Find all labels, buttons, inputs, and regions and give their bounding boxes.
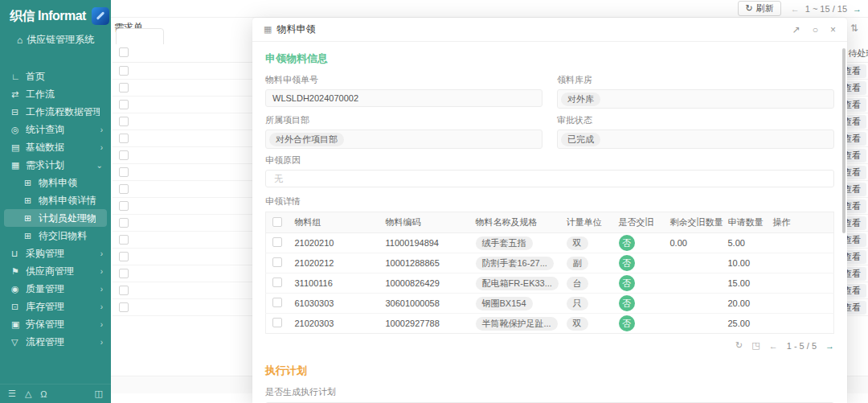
row-checkbox[interactable] [119, 218, 129, 228]
prev-page-icon[interactable]: ← [791, 4, 800, 14]
alert-icon[interactable]: △ [25, 389, 31, 399]
field-department: 所属项目部 对外合作项目部 [265, 114, 542, 149]
system-title: ⌂ 供应链管理系统 [0, 27, 111, 50]
row-checkbox[interactable] [119, 201, 129, 211]
sidebar-item-procurement[interactable]: ⊔ 采购管理 › [0, 245, 111, 262]
chevron-icon: › [97, 249, 103, 258]
row-checkbox[interactable] [119, 150, 129, 160]
chevron-icon: › [97, 143, 103, 152]
row-checkbox[interactable] [119, 252, 129, 261]
row-checkbox[interactable] [119, 302, 129, 312]
field-approval-status: 审批状态 已完成 [557, 114, 834, 149]
sidebar-item-workflow[interactable]: ⇄ 工作流 [0, 85, 111, 103]
material-name-tag: 防割手套16-27... [476, 257, 554, 270]
field-reason: 申领原因 无 [265, 154, 834, 187]
menu-item-label: 首页 [26, 70, 100, 84]
close-icon[interactable]: × [830, 24, 836, 35]
modal-scrollbar[interactable] [842, 48, 845, 233]
next-page-icon[interactable]: → [853, 4, 862, 14]
section-title-requisition-info: 申领物料信息 [265, 51, 834, 66]
fullscreen-icon[interactable]: ◳ [751, 340, 760, 351]
refresh-label: 刷新 [756, 2, 774, 14]
open-new-window-icon[interactable]: ↗ [792, 24, 800, 35]
bell-icon[interactable]: Ω [40, 389, 47, 399]
top-toolbar: ↻ 刷新 ← 1 ~ 15 / 15 → [111, 0, 868, 18]
row-checkbox[interactable] [119, 117, 129, 126]
sidebar-item-stats-query[interactable]: ◎ 统计查询 › [0, 121, 111, 138]
row-checkbox[interactable] [119, 66, 129, 76]
material-group-cell: 31100116 [290, 273, 381, 294]
department-tag: 对外合作项目部 [269, 133, 344, 146]
operation-cell [768, 314, 834, 334]
sidebar-item-pending-old-material[interactable]: ⊞ 待交旧物料 [0, 227, 111, 245]
table-refresh-icon[interactable]: ↻ [735, 340, 743, 351]
row-checkbox[interactable] [272, 278, 282, 287]
select-all-checkbox[interactable] [119, 47, 129, 57]
row-checkbox[interactable] [272, 318, 282, 327]
approval-status-tag: 已完成 [561, 133, 600, 146]
row-checkbox[interactable] [119, 269, 129, 278]
row-checkbox[interactable] [119, 235, 129, 245]
sidebar-item-demand-plan[interactable]: ▦ 需求计划 ⌄ [0, 156, 111, 174]
modal-refresh-icon[interactable]: ○ [813, 24, 818, 35]
collapse-sidebar-icon[interactable]: ◫ [95, 389, 103, 399]
row-checkbox[interactable] [119, 134, 129, 143]
sidebar-item-inventory[interactable]: ⊡ 库存管理 › [0, 298, 111, 315]
warehouse-input[interactable]: 对外库 [557, 89, 834, 109]
row-checkbox[interactable] [119, 100, 129, 109]
chevron-icon: ⌄ [93, 161, 103, 170]
refresh-icon: ↻ [745, 3, 752, 14]
sidebar: 织信 Informat ⌂ 供应链管理系统 ∟ 首页 ⇄ 工作流 ⊟ 工作流程数… [0, 0, 111, 403]
menu-item-label: 劳保管理 [26, 318, 97, 331]
row-checkbox[interactable] [119, 83, 129, 93]
order-no-input[interactable]: WLSLDH2024070002 [265, 89, 542, 107]
menu-item-icon: ◎ [11, 125, 26, 135]
remaining-old-qty-cell [665, 314, 723, 334]
menu-item-label: 质量管理 [26, 282, 97, 296]
refresh-button[interactable]: ↻ 刷新 [738, 1, 780, 16]
menu-item-label: 统计查询 [26, 123, 97, 137]
unit-tag: 副 [567, 257, 588, 270]
sidebar-item-planner-process-requisition[interactable]: ⊞ 计划员处理物料申领... [4, 209, 107, 227]
menu-item-label: 工作流程数据管理 [26, 105, 100, 119]
prev-page-icon[interactable]: ← [769, 341, 778, 351]
chevron-icon: › [97, 320, 103, 329]
chevron-icon: › [97, 338, 103, 347]
operation-cell [768, 294, 834, 314]
chevron-icon: › [97, 302, 103, 311]
row-checkbox[interactable] [272, 298, 282, 307]
row-checkbox[interactable] [272, 237, 282, 247]
row-checkbox[interactable] [119, 184, 129, 194]
sidebar-item-process-mgmt[interactable]: ▽ 流程管理 › [0, 333, 111, 351]
sidebar-item-base-data[interactable]: ▤ 基础数据 › [0, 138, 111, 156]
sidebar-item-home[interactable]: ∟ 首页 [0, 68, 111, 85]
sort-icon[interactable]: ⇅ [850, 23, 858, 34]
sidebar-item-material-requisition[interactable]: ⊞ 物料申领 [0, 174, 111, 191]
department-input[interactable]: 对外合作项目部 [265, 130, 542, 149]
material-name-tag: 半筒靴保护足趾... [476, 317, 558, 331]
row-checkbox[interactable] [272, 257, 282, 267]
sidebar-item-supplier[interactable]: ⚑ 供应商管理 › [0, 262, 111, 280]
sidebar-item-labor-protection[interactable]: ▣ 劳保管理 › [0, 315, 111, 333]
material-code-cell: 11000194894 [381, 233, 471, 253]
reason-input[interactable]: 无 [265, 170, 834, 187]
next-page-icon[interactable]: → [825, 341, 834, 351]
menu-icon[interactable]: ☰ [8, 389, 16, 399]
sidebar-item-workflow-data[interactable]: ⊟ 工作流程数据管理 [0, 103, 111, 121]
operation-cell [768, 233, 834, 253]
row-checkbox[interactable] [119, 167, 129, 177]
sidebar-item-quality[interactable]: ◉ 质量管理 › [0, 280, 111, 298]
menu-item-label: 流程管理 [26, 335, 97, 349]
menu-item-icon: ⊞ [24, 231, 39, 241]
material-group-cell: 61030303 [290, 294, 381, 314]
sidebar-item-material-requisition-detail[interactable]: ⊞ 物料申领详情 [0, 191, 111, 209]
menu-item-icon: ⊟ [11, 107, 26, 117]
row-checkbox[interactable] [119, 286, 129, 295]
return-old-badge: 否 [619, 315, 635, 331]
material-code-cell: 10001288865 [381, 253, 471, 273]
approval-status-input[interactable]: 已完成 [557, 130, 834, 149]
menu-item-icon: ⊞ [24, 213, 39, 224]
modal-header: ▦ 物料申领 ↗ ○ × [252, 18, 847, 42]
material-name-tag: 绒手套五指 [476, 236, 533, 250]
select-all-checkbox[interactable] [272, 217, 282, 227]
